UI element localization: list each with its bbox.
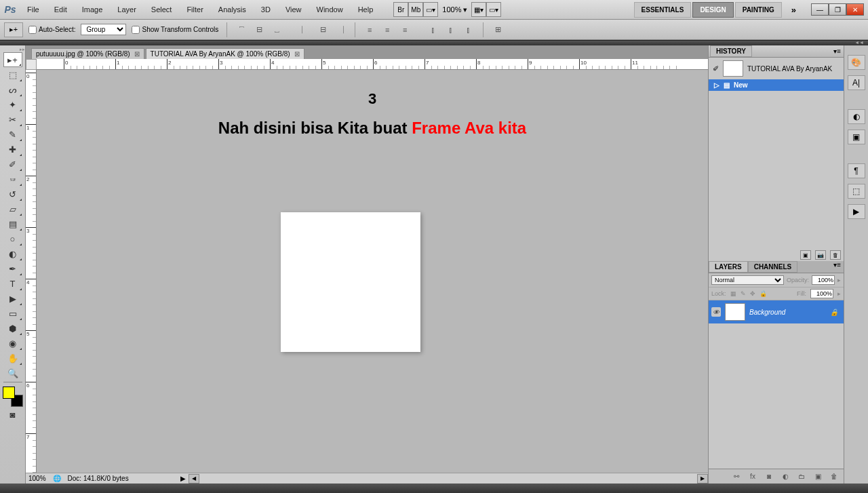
transform-icon[interactable]: ⬚ — [848, 184, 865, 199]
lock-transparency-icon[interactable]: ▦ — [730, 290, 736, 297]
history-brush-source-icon[interactable]: ✐ — [713, 64, 719, 73]
layer-mask-icon[interactable]: ◙ — [764, 472, 774, 481]
brush-tool[interactable]: ✐ — [3, 157, 22, 172]
eyedropper-tool[interactable]: ✎ — [3, 127, 22, 142]
menu-window[interactable]: Window — [310, 3, 350, 16]
lasso-tool[interactable]: ᔕ — [3, 82, 22, 97]
workspace-essentials[interactable]: ESSENTIALS — [634, 2, 692, 18]
path-select-tool[interactable]: ▶ — [3, 291, 22, 306]
dist-bottom-icon[interactable]: ≡ — [399, 24, 411, 36]
quick-select-tool[interactable]: ✦ — [3, 97, 22, 112]
status-doc-size[interactable]: Doc: 141.8K/0 bytes — [68, 475, 129, 482]
crop-tool[interactable]: ✂ — [3, 112, 22, 127]
delete-state-icon[interactable]: 🗑 — [830, 250, 841, 260]
panel-menu-icon[interactable]: ▾≡ — [833, 47, 841, 55]
menu-analysis[interactable]: Analysis — [212, 3, 253, 16]
align-top-icon[interactable]: ⎴ — [235, 24, 248, 36]
adjustment-layer-icon[interactable]: ◐ — [780, 472, 791, 481]
opacity-arrow-icon[interactable]: ▸ — [837, 277, 841, 283]
zoom-level[interactable]: 100% ▾ — [438, 4, 471, 16]
layer-background[interactable]: 👁 Background 🔒 — [709, 300, 844, 323]
panel-menu-icon[interactable]: ▾≡ — [833, 261, 841, 273]
channels-tab[interactable]: CHANNELS — [748, 261, 798, 273]
marquee-tool[interactable]: ⬚ — [3, 67, 22, 82]
screenmode2-icon[interactable]: ▭▾ — [486, 2, 501, 17]
opacity-input[interactable] — [812, 275, 835, 285]
color-swatches[interactable] — [3, 387, 23, 407]
bridge-icon[interactable]: Br — [393, 2, 408, 17]
layer-name[interactable]: Background — [749, 309, 785, 316]
menu-image[interactable]: Image — [75, 3, 110, 16]
minibridge-icon[interactable]: Mb — [408, 2, 423, 17]
show-transform-checkbox[interactable] — [132, 26, 140, 34]
status-globe-icon[interactable]: 🌐 — [53, 475, 61, 482]
adjustments-icon[interactable]: ◐ — [848, 109, 865, 124]
move-tool[interactable]: ▸+ — [3, 52, 22, 67]
quickmask-tool[interactable]: ◙ — [3, 407, 22, 422]
blur-tool[interactable]: ○ — [3, 231, 22, 246]
delete-layer-icon[interactable]: 🗑 — [829, 472, 840, 481]
plugin-icon[interactable]: ▶ — [848, 204, 865, 219]
maximize-button[interactable]: ❐ — [829, 3, 846, 16]
dodge-tool[interactable]: ◐ — [3, 246, 22, 261]
document-tab-1[interactable]: putuuuuu.jpg @ 100% (RGB/8) ⊠ — [31, 48, 144, 59]
align-bottom-icon[interactable]: ⎵ — [271, 24, 283, 36]
dist-left-icon[interactable]: ⫿ — [427, 24, 439, 36]
menu-3d[interactable]: 3D — [254, 3, 277, 16]
fill-arrow-icon[interactable]: ▸ — [837, 290, 841, 297]
history-state-new[interactable]: ▷ ▤ New — [709, 79, 844, 91]
layer-style-icon[interactable]: fx — [747, 472, 758, 481]
close-icon[interactable]: ⊠ — [134, 50, 140, 58]
3d-tool[interactable]: ⬢ — [3, 321, 22, 336]
new-snapshot-icon[interactable]: 📷 — [815, 250, 826, 260]
fill-input[interactable] — [810, 289, 833, 298]
paragraph-icon[interactable]: ¶ — [848, 163, 865, 178]
shape-tool[interactable]: ▭ — [3, 306, 22, 321]
menu-edit[interactable]: Edit — [47, 3, 74, 16]
ruler-origin[interactable] — [26, 59, 37, 70]
type-tool[interactable]: T — [3, 276, 22, 291]
status-zoom[interactable]: 100% — [28, 475, 46, 482]
arrange-docs-icon[interactable]: ▦▾ — [471, 2, 486, 17]
horizontal-scrollbar[interactable]: ◀ ▶ — [189, 473, 708, 484]
more-workspaces-icon[interactable]: » — [787, 5, 800, 15]
auto-select-option[interactable]: Auto-Select: — [28, 26, 75, 34]
show-transform-option[interactable]: Show Transform Controls — [132, 26, 218, 34]
auto-align-icon[interactable]: ⊞ — [492, 24, 504, 36]
link-layers-icon[interactable]: ⚯ — [731, 472, 742, 481]
history-document-row[interactable]: ✐ TUTORIAL AVA By AryanAK — [709, 58, 844, 79]
new-layer-icon[interactable]: ▣ — [812, 472, 823, 481]
menu-view[interactable]: View — [279, 3, 309, 16]
dock-collapse-bar[interactable] — [0, 40, 868, 45]
scroll-right-icon[interactable]: ▶ — [697, 474, 708, 484]
align-vcenter-icon[interactable]: ⊟ — [253, 24, 265, 36]
align-right-icon[interactable]: ⎹ — [334, 24, 347, 36]
lock-pixels-icon[interactable]: ✎ — [741, 290, 746, 297]
history-brush-tool[interactable]: ↺ — [3, 186, 22, 201]
new-group-icon[interactable]: 🗀 — [796, 472, 807, 481]
horizontal-ruler[interactable]: 01234567891011 — [37, 59, 708, 70]
3d-camera-tool[interactable]: ◉ — [3, 336, 22, 351]
menu-help[interactable]: Help — [351, 3, 380, 16]
status-arrow-icon[interactable]: ▶ — [180, 475, 186, 482]
character-icon[interactable]: A| — [848, 75, 865, 90]
menu-select[interactable]: Select — [144, 3, 179, 16]
document-tab-2[interactable]: TUTORIAL AVA By AryanAK @ 100% (RGB/8) ⊠ — [146, 48, 304, 59]
swatches-icon[interactable]: 🎨 — [848, 55, 865, 70]
masks-icon[interactable]: ▣ — [848, 130, 865, 144]
canvas-viewport[interactable]: 3 Nah disini bisa Kita buat Frame Ava ki… — [37, 70, 708, 473]
document-canvas[interactable] — [281, 212, 420, 352]
align-hcenter-icon[interactable]: ⊟ — [317, 24, 329, 36]
blend-mode-select[interactable]: Normal — [711, 275, 784, 285]
dist-right-icon[interactable]: ⫿ — [462, 24, 475, 36]
auto-select-checkbox[interactable] — [28, 26, 37, 34]
gradient-tool[interactable]: ▤ — [3, 216, 22, 231]
layers-tab[interactable]: LAYERS — [709, 261, 748, 273]
visibility-icon[interactable]: 👁 — [711, 307, 721, 317]
healing-tool[interactable]: ✚ — [3, 142, 22, 157]
close-icon[interactable]: ⊠ — [294, 50, 300, 58]
menu-file[interactable]: File — [20, 3, 46, 16]
eraser-tool[interactable]: ▱ — [3, 201, 22, 216]
pen-tool[interactable]: ✒ — [3, 261, 22, 276]
stamp-tool[interactable]: ⎃ — [3, 172, 22, 186]
